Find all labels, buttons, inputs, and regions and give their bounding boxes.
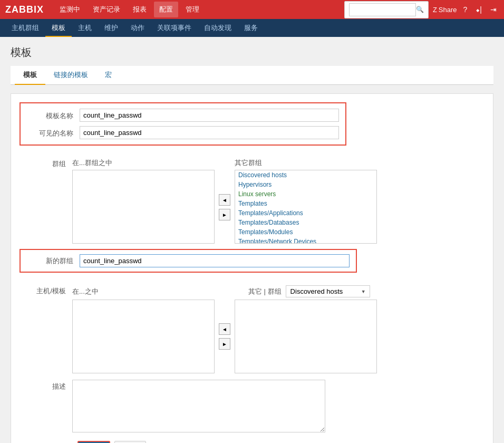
- second-navigation: 主机群组 模板 主机 维护 动作 关联项事件 自动发现 服务: [0, 19, 504, 37]
- other-group-item-2[interactable]: Linux servers: [235, 189, 376, 199]
- nav-config[interactable]: 配置: [154, 2, 178, 17]
- nav-actions[interactable]: 动作: [124, 19, 151, 37]
- nav-services[interactable]: 服务: [238, 19, 264, 37]
- new-group-label: 新的群组: [27, 256, 80, 266]
- button-row: 添加 取消: [20, 441, 484, 443]
- tab-macros[interactable]: 宏: [96, 66, 120, 85]
- visible-name-control: count_line_passwd: [80, 126, 339, 139]
- nav-maintenance[interactable]: 维护: [98, 19, 124, 37]
- other-group-item-6[interactable]: Templates/Modules: [235, 227, 376, 237]
- hosts-in-label: 在...之中: [72, 287, 215, 296]
- nav-reports[interactable]: 报表: [128, 2, 152, 17]
- nav-admin[interactable]: 管理: [180, 2, 205, 17]
- hosts-arrow-buttons: ◄ ►: [215, 323, 235, 350]
- other-group-dropdown-label: 其它 | 群组: [248, 287, 282, 296]
- nav-host-groups[interactable]: 主机群组: [5, 19, 45, 37]
- search-icon: 🔍: [416, 6, 424, 13]
- other-group-item-5[interactable]: Templates/Databases: [235, 218, 376, 227]
- hosts-move-right-button[interactable]: ►: [219, 338, 230, 350]
- user-icon[interactable]: ⬥|: [473, 3, 484, 16]
- logout-icon[interactable]: ⇥: [488, 3, 499, 16]
- visible-name-row: 可见的名称 count_line_passwd: [27, 126, 339, 139]
- other-group-item-1[interactable]: Hypervisors: [235, 180, 376, 189]
- add-button[interactable]: 添加: [77, 441, 110, 443]
- other-groups-col: 其它群组 Discovered hosts Hypervisors Linux …: [235, 158, 377, 244]
- template-name-row: 模板名称 count_line_passwd: [27, 109, 339, 122]
- in-group-sub-label: 在...群组之中: [72, 158, 215, 168]
- tabs-bar: 模板 链接的模板 宏: [11, 66, 493, 85]
- help-icon[interactable]: ?: [461, 3, 470, 16]
- new-group-section: 新的群组 count_line_passwd: [20, 249, 357, 273]
- hosts-in-listbox[interactable]: [72, 300, 215, 373]
- other-group-item-0[interactable]: Discovered hosts: [235, 170, 376, 180]
- hosts-move-left-button[interactable]: ◄: [219, 323, 230, 335]
- other-group-item-4[interactable]: Templates/Applications: [235, 208, 376, 218]
- description-input[interactable]: [72, 380, 325, 432]
- other-group-item-3[interactable]: Templates: [235, 199, 376, 208]
- new-group-input[interactable]: count_line_passwd: [80, 254, 350, 267]
- description-label: 描述: [20, 380, 72, 432]
- page-title: 模板: [11, 45, 493, 60]
- page-content: 模板 模板 链接的模板 宏 模板名称 count_line_passwd 可见的…: [0, 37, 504, 443]
- nav-autodiscovery[interactable]: 自动发现: [198, 19, 238, 37]
- host-template-label: 主机/模板: [20, 285, 72, 296]
- nav-hosts[interactable]: 主机: [72, 19, 98, 37]
- nav-assets[interactable]: 资产记录: [88, 2, 125, 17]
- in-groups-listbox[interactable]: [72, 170, 215, 244]
- visible-name-label: 可见的名称: [27, 126, 80, 138]
- other-group-item-7[interactable]: Templates/Network Devices: [235, 237, 376, 244]
- cancel-button[interactable]: 取消: [114, 441, 146, 443]
- other-group-select-wrapper: Discovered hosts Hypervisors Linux serve…: [286, 285, 370, 297]
- other-groups-sub-label: 其它群组: [235, 158, 377, 168]
- share-icon: Z: [433, 6, 437, 14]
- groups-label: 群组: [20, 158, 72, 169]
- template-name-label: 模板名称: [27, 109, 80, 121]
- template-name-control: count_line_passwd: [80, 109, 339, 122]
- move-right-button[interactable]: ►: [219, 209, 230, 220]
- description-section: 描述: [20, 380, 484, 432]
- move-left-button[interactable]: ◄: [219, 194, 230, 206]
- top-nav-links: 监测中 资产记录 报表 配置 管理: [54, 2, 344, 17]
- tab-linked-templates[interactable]: 链接的模板: [45, 66, 96, 85]
- hosts-other-listbox[interactable]: [235, 300, 377, 373]
- top-nav-right: 🔍 Z Share ? ⬥| ⇥: [344, 1, 499, 18]
- in-groups-col: 在...群组之中: [72, 158, 215, 244]
- nav-event-correlation[interactable]: 关联项事件: [151, 19, 198, 37]
- top-navigation: ZABBIX 监测中 资产记录 报表 配置 管理 🔍 Z Share ? ⬥| …: [0, 0, 504, 19]
- nav-templates[interactable]: 模板: [45, 19, 72, 37]
- other-group-select[interactable]: Discovered hosts Hypervisors Linux serve…: [286, 285, 370, 297]
- name-section: 模板名称 count_line_passwd 可见的名称 count_line_…: [20, 102, 346, 146]
- tab-template[interactable]: 模板: [15, 66, 45, 85]
- share-button[interactable]: Z Share: [433, 6, 457, 14]
- search-input[interactable]: [349, 3, 416, 16]
- nav-monitor[interactable]: 监测中: [54, 2, 85, 17]
- host-template-label-text: 主机/模板: [36, 287, 66, 295]
- group-arrow-buttons: ◄ ►: [215, 194, 235, 220]
- template-name-input[interactable]: count_line_passwd: [80, 109, 339, 122]
- search-box: 🔍: [344, 1, 429, 18]
- visible-name-input[interactable]: count_line_passwd: [80, 126, 339, 139]
- other-groups-listbox[interactable]: Discovered hosts Hypervisors Linux serve…: [235, 170, 377, 244]
- form-container: 模板名称 count_line_passwd 可见的名称 count_line_…: [11, 93, 493, 443]
- zabbix-logo: ZABBIX: [5, 4, 44, 15]
